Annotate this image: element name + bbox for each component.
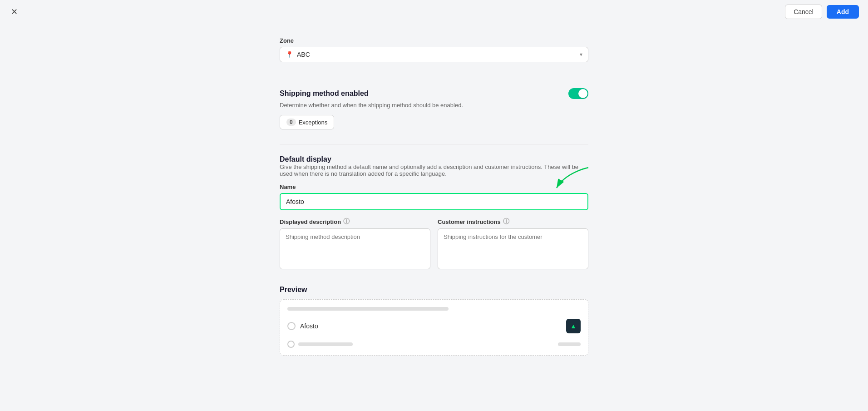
location-icon: 📍 xyxy=(286,51,293,58)
divider-1 xyxy=(280,77,588,77)
two-col-fields: Displayed description ⓘ Customer instruc… xyxy=(280,218,588,271)
zone-section: Zone 📍 ABC ▾ xyxy=(280,37,588,62)
preview-title: Preview xyxy=(280,286,588,294)
default-display-section: Default display Give the shipping method… xyxy=(280,155,588,271)
preview-skeleton-btn xyxy=(558,342,581,346)
preview-logo: ▲ xyxy=(566,319,581,333)
exceptions-count: 0 xyxy=(286,119,296,126)
preview-method-row: Afosto ▲ xyxy=(287,315,581,337)
preview-method-name: Afosto xyxy=(300,322,318,330)
name-field-wrapper: Name xyxy=(280,183,588,218)
customer-instructions-label: Customer instructions ⓘ xyxy=(438,218,588,226)
displayed-description-label: Displayed description ⓘ xyxy=(280,218,430,226)
zone-select[interactable]: 📍 ABC ▾ xyxy=(280,47,588,62)
default-display-title: Default display xyxy=(280,155,588,163)
top-bar-actions: Cancel Add xyxy=(785,5,859,19)
zone-select-inner: 📍 ABC xyxy=(286,51,310,58)
shipping-enabled-section: Shipping method enabled Determine whethe… xyxy=(280,88,588,129)
preview-box: Afosto ▲ xyxy=(280,299,588,356)
cancel-button[interactable]: Cancel xyxy=(785,5,822,19)
zone-label: Zone xyxy=(280,37,588,44)
customer-instructions-textarea[interactable] xyxy=(438,228,588,269)
customer-instructions-field: Customer instructions ⓘ xyxy=(438,218,588,271)
customer-instructions-info-icon[interactable]: ⓘ xyxy=(503,218,509,226)
enabled-header: Shipping method enabled xyxy=(280,88,588,99)
toggle-wrapper xyxy=(568,88,588,99)
exceptions-label: Exceptions xyxy=(299,119,328,126)
close-button[interactable]: ✕ xyxy=(9,5,20,19)
chevron-down-icon: ▾ xyxy=(580,51,582,58)
displayed-description-field: Displayed description ⓘ xyxy=(280,218,430,271)
name-label: Name xyxy=(280,183,588,190)
exceptions-button[interactable]: 0 Exceptions xyxy=(280,115,334,129)
add-button[interactable]: Add xyxy=(827,5,859,19)
preview-radio xyxy=(287,322,296,330)
shipping-enabled-title: Shipping method enabled xyxy=(280,89,369,98)
preview-skeleton-sm xyxy=(298,342,353,346)
displayed-description-info-icon[interactable]: ⓘ xyxy=(343,218,350,226)
zone-value: ABC xyxy=(297,51,310,58)
displayed-description-textarea[interactable] xyxy=(280,228,430,269)
preview-bottom-row xyxy=(287,337,581,348)
preview-skeleton-top xyxy=(287,307,449,311)
preview-radio-label: Afosto xyxy=(287,322,318,330)
main-content: Zone 📍 ABC ▾ Shipping method enabled xyxy=(0,24,868,411)
preview-section: Preview Afosto ▲ xyxy=(280,286,588,356)
divider-2 xyxy=(280,144,588,144)
top-bar: ✕ Cancel Add xyxy=(0,0,868,24)
shipping-enabled-toggle[interactable] xyxy=(568,88,588,99)
preview-radio-small xyxy=(287,341,295,348)
name-input[interactable] xyxy=(280,193,588,210)
shipping-enabled-desc: Determine whether and when the shipping … xyxy=(280,102,588,109)
form-container: Zone 📍 ABC ▾ Shipping method enabled xyxy=(280,28,588,411)
default-display-desc: Give the shipping method a default name … xyxy=(280,163,588,177)
